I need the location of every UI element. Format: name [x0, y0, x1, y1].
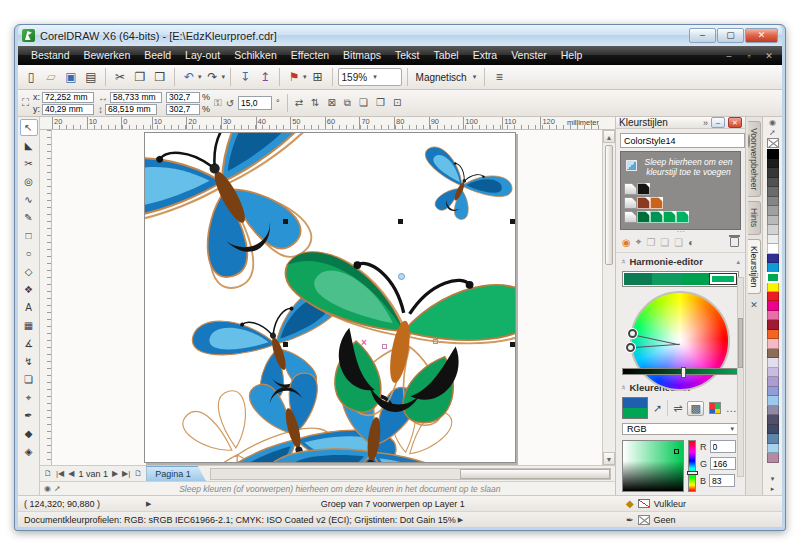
style-folder-icon[interactable] [624, 211, 637, 223]
palette-color[interactable] [767, 244, 779, 254]
docker-close-button[interactable]: ✕ [728, 117, 742, 128]
undo-icon-dropdown[interactable]: ▾ [198, 73, 202, 81]
expand-arrow-icon[interactable]: ▶ [146, 500, 151, 508]
docker-expand-icon[interactable]: » [703, 118, 708, 128]
menu-tekst[interactable]: Tekst [388, 46, 427, 65]
add-page-before-icon[interactable]: 🗋 [44, 469, 52, 478]
first-page-icon[interactable]: |◀ [56, 469, 64, 478]
menu-beeld[interactable]: Beeld [137, 46, 178, 65]
welcome-screen-icon[interactable]: ⚑ [285, 68, 303, 86]
text-tool[interactable]: A [20, 299, 38, 316]
palette-color[interactable] [767, 311, 779, 321]
new-document-icon[interactable]: ▯ [22, 68, 40, 86]
transform-option-icon-5[interactable]: ❐ [376, 97, 385, 109]
palette-color[interactable] [767, 301, 779, 311]
maximize-button[interactable]: ▢ [717, 28, 744, 43]
node-marker[interactable] [433, 339, 438, 344]
tab-voorwerpbeheer[interactable]: Voorwerpbeheer [748, 121, 761, 197]
palette-color[interactable] [767, 358, 779, 368]
dimension-tool[interactable]: ∡ [20, 335, 38, 352]
palette-color[interactable] [767, 377, 779, 387]
freehand-tool[interactable]: ∿ [20, 191, 38, 208]
palette-eyedropper-icon[interactable]: ➚ [54, 484, 61, 493]
crop-tool[interactable]: ✂ [20, 155, 38, 172]
export-icon[interactable]: ↥ [256, 68, 274, 86]
color-style-swatch[interactable] [663, 211, 676, 223]
style-folder-icon[interactable] [624, 197, 637, 209]
palette-picker-icon[interactable]: ➚ [769, 128, 776, 137]
vertical-scroll-thumb[interactable] [605, 145, 613, 265]
color-style-swatch[interactable] [676, 211, 689, 223]
palette-color[interactable] [767, 254, 779, 264]
harmony-swatch[interactable] [652, 273, 680, 284]
expand-arrow-icon[interactable]: ▶ [458, 516, 463, 524]
rectangle-tool[interactable]: □ [20, 227, 38, 244]
gradient-style-icon[interactable]: ◐ [688, 237, 694, 248]
selection-handle[interactable] [283, 342, 288, 347]
palette-color[interactable] [767, 387, 779, 397]
doc-minimize-button[interactable]: ‒ [722, 51, 736, 61]
minimize-button[interactable]: ‒ [689, 28, 716, 43]
palette-color[interactable] [767, 453, 779, 463]
menu-venster[interactable]: Venster [504, 46, 554, 65]
palette-color[interactable] [767, 197, 779, 207]
print-icon[interactable]: ▤ [82, 68, 100, 86]
palette-color[interactable] [767, 187, 779, 197]
artistic-media-tool[interactable]: ✎ [20, 209, 38, 226]
outline-pen-tool[interactable]: ✒ [20, 407, 38, 424]
color-style-swatch[interactable] [637, 197, 650, 209]
palette-color[interactable] [767, 149, 779, 159]
object-height-field[interactable] [105, 104, 157, 115]
palette-color[interactable] [767, 349, 779, 359]
palette-color[interactable] [767, 425, 779, 435]
node-marker[interactable] [382, 344, 387, 349]
transform-option-icon-1[interactable]: ⇅ [311, 97, 319, 109]
collapse-section-icon[interactable]: « [619, 260, 628, 264]
collapse-section-icon[interactable]: « [619, 385, 628, 389]
harmony-swatch[interactable] [709, 273, 737, 284]
style-folder-icon[interactable] [624, 183, 637, 195]
menu-effecten[interactable]: Effecten [284, 46, 336, 65]
snap-to-combo[interactable]: Magnetisch ▾ [413, 68, 480, 86]
section-collapse-icon[interactable]: ▴ [736, 258, 740, 266]
options-icon[interactable]: ≡ [490, 68, 508, 86]
link-styles-icon[interactable]: ❐ [646, 237, 655, 248]
scroll-up-icon[interactable]: ▲ [603, 130, 615, 143]
hue-slider-handle[interactable] [687, 471, 698, 475]
scale-h-field[interactable] [166, 92, 200, 103]
y-position-field[interactable] [42, 104, 94, 115]
delete-style-icon[interactable] [730, 237, 739, 247]
open-folder-icon[interactable]: ▱ [42, 68, 60, 86]
color-palettes-icon[interactable] [709, 402, 721, 414]
page-tab[interactable]: Pagina 1 [146, 466, 206, 481]
redo-icon-dropdown[interactable]: ▾ [222, 73, 226, 81]
connector-tool[interactable]: ↯ [20, 353, 38, 370]
menu-bitmaps[interactable]: Bitmaps [336, 46, 388, 65]
new-color-style-icon[interactable]: ◉ [622, 237, 631, 248]
palette-color[interactable] [767, 216, 779, 226]
zoom-level-combo[interactable]: 159% ▾ [338, 68, 402, 86]
palette-color[interactable] [767, 434, 779, 444]
menu-schikken[interactable]: Schikken [227, 46, 284, 65]
palette-color[interactable] [767, 330, 779, 340]
docker-minimize-button[interactable]: ‒ [711, 117, 725, 128]
object-width-field[interactable] [110, 92, 162, 103]
color-eyedropper-tool[interactable]: ⌖ [20, 389, 38, 406]
harmony-wheel-handle[interactable] [626, 343, 635, 352]
selection-handle[interactable] [398, 219, 403, 224]
transform-option-icon-0[interactable]: ⇄ [295, 97, 303, 109]
transform-option-icon-3[interactable]: ⧉ [344, 97, 351, 109]
no-color-swatch[interactable] [767, 138, 779, 148]
hue-slider[interactable] [688, 440, 696, 492]
saturation-field[interactable] [622, 440, 684, 492]
color-style-swatch[interactable] [637, 183, 650, 195]
color-viewers-icon[interactable]: ▩ [687, 401, 703, 416]
pick-tool[interactable]: ↖ [20, 119, 38, 136]
palette-color[interactable] [767, 168, 779, 178]
tab-hints[interactable]: Hints [748, 201, 761, 234]
last-page-icon[interactable]: ▶| [122, 469, 130, 478]
scroll-down-icon[interactable]: ▼ [603, 452, 615, 465]
harmony-swatch[interactable] [624, 273, 652, 284]
palette-color[interactable] [767, 235, 779, 245]
close-button[interactable]: ✕ [745, 28, 778, 43]
